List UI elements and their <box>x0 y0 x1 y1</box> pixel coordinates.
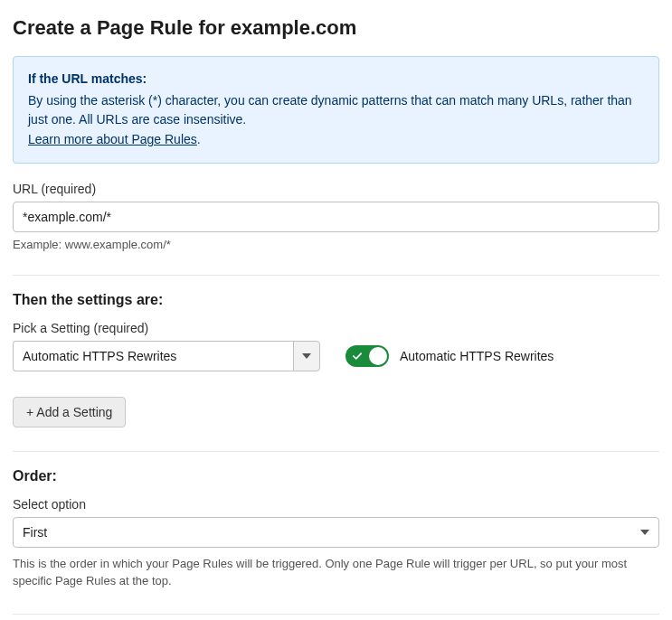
toggle-label: Automatic HTTPS Rewrites <box>400 349 554 363</box>
caret-down-icon <box>302 353 311 359</box>
setting-select[interactable]: Automatic HTTPS Rewrites <box>13 341 320 371</box>
setting-select-trigger[interactable] <box>293 341 320 371</box>
setting-picker-label: Pick a Setting (required) <box>13 321 659 335</box>
setting-select-value: Automatic HTTPS Rewrites <box>13 341 293 371</box>
info-heading: If the URL matches: <box>28 70 644 89</box>
order-description: This is the order in which your Page Rul… <box>13 555 659 590</box>
url-example: Example: www.example.com/* <box>13 238 659 251</box>
url-label: URL (required) <box>13 182 659 196</box>
caret-down-icon <box>640 530 649 535</box>
order-select-value: First <box>23 525 47 540</box>
check-icon <box>353 352 362 361</box>
order-select[interactable]: First <box>13 517 659 548</box>
settings-heading: Then the settings are: <box>13 292 659 308</box>
url-input[interactable] <box>13 202 659 232</box>
learn-more-link[interactable]: Learn more about Page Rules <box>28 132 197 146</box>
info-body: By using the asterisk (*) character, you… <box>28 91 644 130</box>
add-setting-button[interactable]: + Add a Setting <box>13 397 126 427</box>
toggle-knob <box>369 347 387 365</box>
info-banner: If the URL matches: By using the asteris… <box>13 56 659 164</box>
order-heading: Order: <box>13 468 659 484</box>
https-rewrites-toggle[interactable] <box>345 345 389 367</box>
info-suffix: . <box>197 132 201 146</box>
divider <box>13 275 659 276</box>
order-select-label: Select option <box>13 497 659 512</box>
divider <box>13 614 659 615</box>
page-title: Create a Page Rule for example.com <box>13 16 659 40</box>
divider <box>13 451 659 452</box>
